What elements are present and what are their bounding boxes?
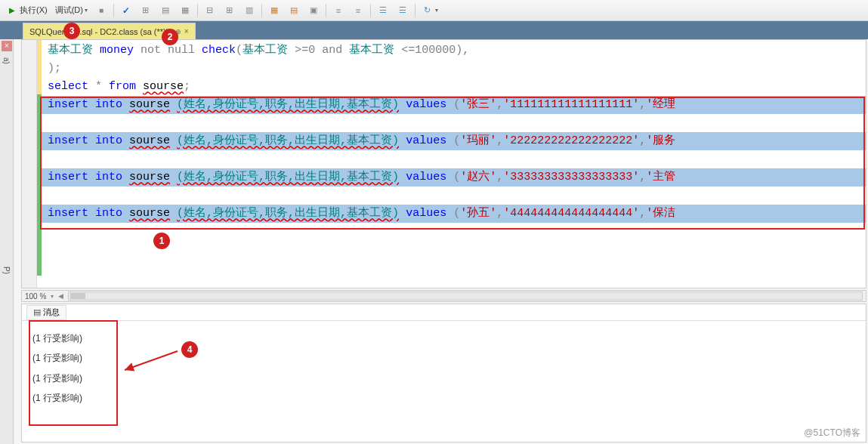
pause-icon: ■ xyxy=(95,5,107,17)
code-line: select * from sourse; xyxy=(48,78,860,96)
save-icon: ▥ xyxy=(243,5,255,17)
zoom-level[interactable]: 100 % xyxy=(25,292,46,301)
results-tab-bar: ▤ 消息 xyxy=(22,304,866,321)
play-icon: ▶ xyxy=(6,5,18,17)
toolbar-button-7[interactable]: ▦ xyxy=(265,2,283,19)
left-sidebar-strip: × a) P) xyxy=(0,39,14,444)
results-panel: ▤ 消息 (1 行受影响) (1 行受影响) (1 行受影响) (1 行受影响) xyxy=(21,304,866,442)
messages-tab-label: 消息 xyxy=(43,307,60,318)
results-body: (1 行受影响) (1 行受影响) (1 行受影响) (1 行受影响) xyxy=(22,321,866,416)
close-icon[interactable]: × xyxy=(184,27,189,35)
window-icon: ▤ xyxy=(159,5,171,17)
toolbar-button-5[interactable]: ⊞ xyxy=(221,2,239,19)
separator xyxy=(261,4,262,17)
close-panel-button[interactable]: × xyxy=(2,41,12,51)
toolbar-button-2[interactable]: ▤ xyxy=(156,2,175,19)
struct-icon: ⊟ xyxy=(204,5,216,17)
main-toolbar: ▶ 执行(X) 调试(D) ▾ ■ ✓ ⊞ ▤ ▦ ⊟ ⊞ ▥ ▦ ▤ ▣ ≡ … xyxy=(0,0,868,21)
table2-icon: ▤ xyxy=(288,5,300,17)
code-line xyxy=(42,150,866,168)
panel-label-mid: P) xyxy=(2,267,11,274)
editor-body[interactable]: 基本工资 money not null check(基本工资 >=0 and 基… xyxy=(42,40,866,288)
separator xyxy=(370,4,371,17)
separator xyxy=(326,4,326,17)
result-message: (1 行受影响) xyxy=(32,328,855,348)
messages-tab[interactable]: ▤ 消息 xyxy=(26,305,66,320)
toolbar-button-6[interactable]: ▥ xyxy=(240,2,258,19)
document-tab[interactable]: SQLQuery...0.sql - DC2.class (sa (**))* … xyxy=(23,23,196,39)
code-line: ); xyxy=(48,60,860,78)
table-icon: ▦ xyxy=(268,5,280,17)
outdent-button[interactable]: ≡ xyxy=(349,2,367,19)
editor-gutter xyxy=(22,40,37,288)
chevron-down-icon[interactable]: ▾ xyxy=(51,293,54,300)
result-message: (1 行受影响) xyxy=(32,388,855,408)
code-line xyxy=(42,187,866,205)
separator xyxy=(113,4,114,17)
schema-icon: ⊞ xyxy=(140,5,152,17)
code-line: insert into sourse (姓名,身份证号,职务,出生日期,基本工资… xyxy=(42,168,866,187)
code-line: insert into sourse (姓名,身份证号,职务,出生日期,基本工资… xyxy=(42,132,866,150)
tab-title: SQLQuery...0.sql - DC2.class (sa (**))* xyxy=(29,27,172,36)
messages-icon: ▤ xyxy=(33,307,41,317)
toolbar-button-4[interactable]: ⊟ xyxy=(201,2,219,19)
panel-label-top: a) xyxy=(2,57,11,64)
execute-button[interactable]: ▶ 执行(X) xyxy=(3,2,51,19)
watermark: @51CTO博客 xyxy=(804,427,860,439)
indent-button[interactable]: ≡ xyxy=(329,2,348,19)
code-line: insert into sourse (姓名,身份证号,职务,出生日期,基本工资… xyxy=(42,205,866,223)
toolbar-button-8[interactable]: ▤ xyxy=(285,2,303,19)
scrollbar-thumb[interactable] xyxy=(70,293,85,299)
struct2-icon: ⊞ xyxy=(224,5,236,17)
sql-editor[interactable]: 基本工资 money not null check(基本工资 >=0 and 基… xyxy=(21,39,866,288)
document-tab-bar: SQLQuery...0.sql - DC2.class (sa (**))* … xyxy=(0,21,868,39)
debug-label: 调试(D) xyxy=(55,5,83,16)
editor-zoom-bar: 100 % ▾ ◀ xyxy=(21,290,866,302)
chevron-down-icon: ▾ xyxy=(85,7,88,14)
separator xyxy=(197,4,198,17)
toolbar-button-9[interactable]: ▣ xyxy=(304,2,323,19)
indent-icon: ≡ xyxy=(332,5,344,17)
toolbar-button-1[interactable]: ⊞ xyxy=(137,2,155,19)
code-line xyxy=(42,114,866,132)
uncomment-icon: ☰ xyxy=(397,5,409,17)
result-message: (1 行受影响) xyxy=(32,348,855,368)
comment-button[interactable]: ☰ xyxy=(374,2,392,19)
result-message: (1 行受影响) xyxy=(32,368,855,388)
form-icon: ▣ xyxy=(307,5,320,17)
outdent-icon: ≡ xyxy=(352,5,364,17)
refresh-button[interactable]: ↻▾ xyxy=(419,2,441,19)
check-icon: ✓ xyxy=(120,5,132,17)
debug-button[interactable]: 调试(D) ▾ xyxy=(52,2,91,19)
uncomment-button[interactable]: ☰ xyxy=(394,2,412,19)
chevron-down-icon: ▾ xyxy=(435,7,438,14)
parse-button[interactable]: ✓ xyxy=(117,2,135,19)
horizontal-scrollbar[interactable] xyxy=(68,291,863,301)
toolbar-button-3[interactable]: ▦ xyxy=(176,2,194,19)
code-line: insert into sourse (姓名,身份证号,职务,出生日期,基本工资… xyxy=(42,96,866,114)
pin-icon[interactable]: ⊕ xyxy=(175,28,181,35)
refresh-icon: ↻ xyxy=(422,5,434,17)
execute-label: 执行(X) xyxy=(20,5,48,16)
scroll-left-icon[interactable]: ◀ xyxy=(58,292,63,300)
grid-icon: ▦ xyxy=(179,5,191,17)
comment-icon: ☰ xyxy=(377,5,389,17)
pause-button[interactable]: ■ xyxy=(92,2,110,19)
separator xyxy=(415,4,415,17)
code-line: 基本工资 money not null check(基本工资 >=0 and 基… xyxy=(48,42,860,60)
